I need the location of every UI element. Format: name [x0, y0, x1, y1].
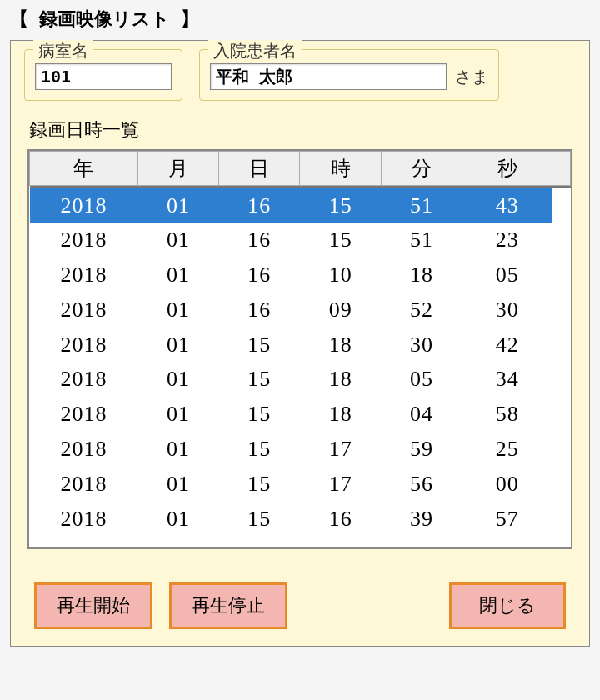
- cell-day: 16: [219, 188, 300, 223]
- cell-day: 15: [219, 328, 300, 362]
- cell-month: 01: [138, 258, 218, 292]
- cell-day: 15: [219, 432, 300, 467]
- table-row[interactable]: 20180116095230: [30, 292, 571, 328]
- cell-year: 2018: [30, 362, 138, 397]
- cell-month: 01: [138, 432, 218, 467]
- col-hour[interactable]: 時: [300, 152, 381, 186]
- cell-hour: 16: [300, 502, 381, 537]
- cell-year: 2018: [30, 188, 138, 223]
- table-row[interactable]: 20180115163957: [30, 502, 571, 537]
- cell-month: 01: [138, 188, 218, 223]
- window-title: 【 録画映像リスト 】: [10, 7, 590, 32]
- cell-year: 2018: [30, 258, 138, 292]
- cell-second: 34: [462, 362, 552, 397]
- table-header-row: 年 月 日 時 分 秒: [30, 152, 571, 186]
- cell-minute: 51: [381, 188, 462, 223]
- cell-year: 2018: [30, 397, 138, 432]
- cell-second: 25: [462, 432, 552, 467]
- close-button[interactable]: 閉じる: [449, 582, 566, 629]
- cell-month: 01: [138, 222, 218, 258]
- col-month[interactable]: 月: [138, 152, 218, 186]
- patient-suffix: さま: [455, 66, 488, 88]
- table-row[interactable]: 20180116101805: [30, 258, 571, 292]
- cell-second: 43: [462, 188, 552, 223]
- table-row[interactable]: 20180116155123: [30, 222, 571, 258]
- cell-hour: 18: [300, 362, 381, 397]
- room-fieldset: 病室名: [24, 49, 182, 101]
- cell-month: 01: [138, 362, 218, 397]
- cell-day: 16: [219, 222, 300, 258]
- cell-second: 05: [462, 258, 552, 292]
- cell-minute: 39: [381, 502, 462, 537]
- cell-year: 2018: [30, 222, 138, 258]
- cell-hour: 17: [300, 467, 381, 502]
- list-label: 録画日時一覧: [29, 118, 576, 142]
- cell-minute: 59: [381, 432, 462, 467]
- cell-spacer: [552, 362, 571, 397]
- cell-month: 01: [138, 502, 218, 537]
- cell-hour: 15: [300, 188, 381, 223]
- table-row[interactable]: 20180115183042: [30, 328, 571, 362]
- table-row[interactable]: 20180115175925: [30, 432, 571, 467]
- col-day[interactable]: 日: [219, 152, 300, 186]
- cell-day: 15: [219, 467, 300, 502]
- col-year[interactable]: 年: [30, 152, 138, 186]
- cell-month: 01: [138, 292, 218, 328]
- table-row[interactable]: 20180115180534: [30, 362, 571, 397]
- cell-year: 2018: [30, 502, 138, 537]
- cell-spacer: [552, 397, 571, 432]
- cell-day: 15: [219, 397, 300, 432]
- patient-label: 入院患者名: [208, 40, 302, 62]
- patient-fieldset: 入院患者名 さま: [199, 49, 499, 101]
- table-row[interactable]: 20180115180458: [30, 397, 571, 432]
- cell-hour: 17: [300, 432, 381, 467]
- cell-minute: 05: [381, 362, 462, 397]
- main-panel: 病室名 入院患者名 さま 録画日時一覧 年 月: [10, 40, 590, 647]
- cell-spacer: [552, 258, 571, 292]
- cell-year: 2018: [30, 328, 138, 362]
- cell-second: 57: [462, 502, 552, 537]
- cell-minute: 52: [381, 292, 462, 328]
- cell-hour: 18: [300, 328, 381, 362]
- table-row[interactable]: 20180116155143: [30, 188, 571, 223]
- cell-second: 00: [462, 467, 552, 502]
- cell-minute: 56: [381, 467, 462, 502]
- table-row[interactable]: 20180115175600: [30, 467, 571, 502]
- cell-spacer: [552, 188, 571, 223]
- cell-second: 30: [462, 292, 552, 328]
- cell-spacer: [552, 502, 571, 537]
- cell-spacer: [552, 432, 571, 467]
- stop-button[interactable]: 再生停止: [169, 582, 288, 629]
- cell-second: 58: [462, 397, 552, 432]
- cell-year: 2018: [30, 292, 138, 328]
- cell-hour: 18: [300, 397, 381, 432]
- cell-minute: 51: [381, 222, 462, 258]
- cell-minute: 18: [381, 258, 462, 292]
- cell-spacer: [552, 292, 571, 328]
- room-input[interactable]: [35, 63, 172, 90]
- cell-spacer: [552, 328, 571, 362]
- cell-day: 15: [219, 502, 300, 537]
- cell-hour: 09: [300, 292, 381, 328]
- cell-day: 15: [219, 362, 300, 397]
- cell-month: 01: [138, 467, 218, 502]
- cell-spacer: [552, 467, 571, 502]
- cell-minute: 30: [381, 328, 462, 362]
- patient-input[interactable]: [210, 63, 447, 90]
- cell-hour: 10: [300, 258, 381, 292]
- play-button[interactable]: 再生開始: [34, 582, 152, 629]
- cell-day: 16: [219, 292, 300, 328]
- col-second[interactable]: 秒: [462, 152, 552, 186]
- room-label: 病室名: [33, 40, 93, 62]
- recording-table[interactable]: 年 月 日 時 分 秒 2018011615514320180116155123…: [28, 149, 572, 549]
- cell-second: 42: [462, 328, 552, 362]
- cell-month: 01: [138, 397, 218, 432]
- cell-hour: 15: [300, 222, 381, 258]
- cell-year: 2018: [30, 467, 138, 502]
- col-minute[interactable]: 分: [381, 152, 462, 186]
- cell-spacer: [552, 222, 571, 258]
- cell-day: 16: [219, 258, 300, 292]
- col-spacer: [552, 152, 571, 186]
- cell-second: 23: [462, 222, 552, 258]
- cell-minute: 04: [381, 397, 462, 432]
